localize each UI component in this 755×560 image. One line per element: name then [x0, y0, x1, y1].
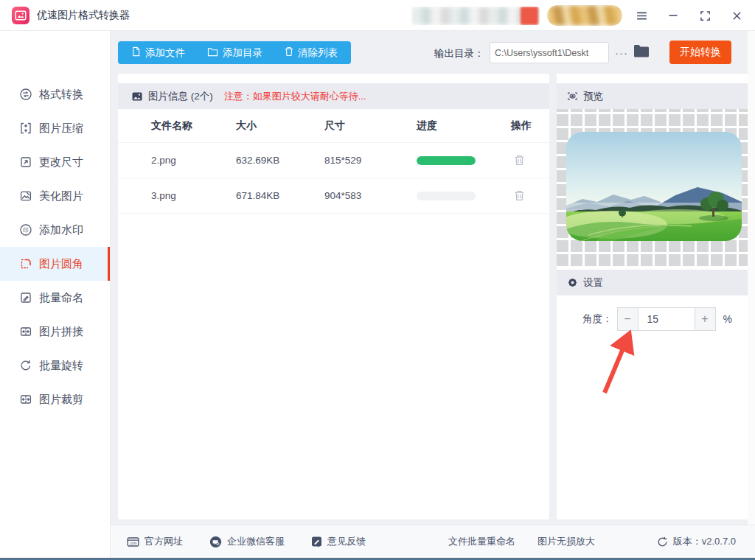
image-info-icon — [131, 91, 143, 102]
angle-unit: % — [723, 313, 732, 325]
sidebar-item-label: 图片裁剪 — [39, 393, 83, 407]
preview-title: 预览 — [583, 90, 603, 103]
delete-row-button[interactable] — [513, 189, 526, 203]
angle-plus-button[interactable]: + — [695, 307, 716, 331]
image-info-bar: 图片信息 (2个) 注意：如果图片较大请耐心等待... — [118, 83, 549, 109]
preview-settings-panel: 预览 — [557, 74, 748, 519]
feedback-icon — [311, 536, 322, 547]
angle-input[interactable] — [639, 307, 695, 331]
footer-links: .com官方网址企业微信客服意见反馈 — [127, 535, 392, 548]
column-header: 大小 — [236, 119, 324, 133]
angle-minus-button[interactable]: − — [617, 307, 639, 331]
sidebar-item-beautify[interactable]: 美化图片 — [0, 179, 110, 213]
resize-icon — [18, 155, 32, 169]
version-info: 版本：v2.0.7.0 — [657, 535, 736, 548]
sidebar-item-format-convert[interactable]: 格式转换 — [0, 77, 110, 111]
footer-link-feedback[interactable]: 意见反馈 — [311, 535, 366, 548]
file-list-panel: 图片信息 (2个) 注意：如果图片较大请耐心等待... 文件名称大小尺寸进度操作… — [118, 74, 549, 519]
footer-extra-link[interactable]: 图片无损放大 — [537, 535, 595, 548]
preview-icon — [567, 91, 578, 102]
file-size: 632.69KB — [236, 155, 324, 166]
sidebar-item-round-corner[interactable]: 图片圆角 — [0, 247, 110, 281]
sidebar-item-label: 格式转换 — [39, 88, 83, 102]
column-header: 尺寸 — [324, 119, 417, 133]
wechat-service-icon — [209, 536, 222, 548]
table-row: 2.png632.69KB815*529 — [118, 143, 549, 178]
stitch-icon — [18, 325, 32, 339]
progress-bar — [417, 156, 476, 165]
sidebar-item-rename[interactable]: 批量命名 — [0, 281, 110, 315]
watermark-icon: 印 — [18, 223, 32, 237]
refresh-icon[interactable] — [657, 536, 668, 547]
angle-stepper: − + — [617, 307, 716, 331]
rename-icon — [18, 291, 32, 305]
svg-text:.com: .com — [130, 542, 137, 545]
image-info-title: 图片信息 (2个) — [148, 90, 213, 103]
angle-setting-row: 角度： − + % — [557, 307, 748, 331]
file-dimensions: 815*529 — [324, 155, 417, 166]
progress-bar — [417, 192, 476, 200]
footer-extras: 文件批量重命名图片无损放大 — [448, 535, 595, 548]
settings-title: 设置 — [583, 276, 603, 290]
footer-bar: .com官方网址企业微信客服意见反馈 文件批量重命名图片无损放大 版本：v2.0… — [111, 525, 755, 558]
add-directory-button[interactable]: 添加目录 — [207, 46, 262, 60]
sidebar-item-label: 批量命名 — [39, 291, 83, 305]
column-header: 文件名称 — [151, 119, 236, 133]
file-icon — [131, 46, 141, 59]
trash-icon — [285, 46, 293, 59]
file-name: 3.png — [151, 190, 236, 201]
sidebar-item-crop[interactable]: 图片裁剪 — [0, 382, 110, 416]
sidebar-item-compress[interactable]: 图片压缩 — [0, 111, 110, 145]
open-folder-icon[interactable] — [633, 44, 650, 60]
footer-link-website[interactable]: .com官方网址 — [127, 535, 183, 548]
format-convert-icon — [18, 88, 32, 102]
image-info-warning: 注意：如果图片较大请耐心等待... — [224, 90, 366, 103]
footer-extra-link[interactable]: 文件批量重命名 — [448, 535, 515, 548]
sidebar-item-label: 添加水印 — [39, 223, 83, 237]
app-title: 优速图片格式转换器 — [37, 9, 130, 22]
start-convert-button[interactable]: 开始转换 — [669, 41, 731, 64]
sidebar-item-label: 图片压缩 — [39, 122, 83, 136]
gear-icon — [567, 277, 578, 288]
blurred-vip-badge — [547, 5, 622, 26]
delete-row-button[interactable] — [513, 154, 526, 167]
table-row: 3.png671.84KB904*583 — [118, 178, 549, 214]
rotate-icon — [18, 359, 32, 373]
folder-icon — [207, 47, 218, 59]
sidebar: 格式转换图片压缩更改尺寸美化图片印添加水印图片圆角批量命名图片拼接批量旋转图片裁… — [0, 31, 111, 560]
add-file-button[interactable]: 添加文件 — [131, 46, 185, 60]
footer-link-wechat-service[interactable]: 企业微信客服 — [209, 535, 285, 548]
close-icon[interactable] — [730, 9, 743, 22]
minimize-icon[interactable] — [667, 9, 680, 22]
compress-icon — [18, 122, 32, 136]
settings-header: 设置 — [557, 270, 748, 295]
file-size: 671.84KB — [236, 190, 324, 201]
output-dir-label: 输出目录： — [434, 47, 484, 60]
browse-more-button[interactable]: ··· — [613, 44, 630, 60]
sidebar-item-rotate[interactable]: 批量旋转 — [0, 349, 110, 382]
sidebar-item-label: 图片拼接 — [39, 325, 83, 339]
scrollbar-strip[interactable] — [748, 31, 755, 525]
output-dir-input[interactable]: C:\Users\yssoft1\Deskt — [490, 42, 609, 63]
menu-icon[interactable] — [635, 9, 648, 22]
sidebar-item-watermark[interactable]: 印添加水印 — [0, 213, 110, 247]
clear-list-button[interactable]: 清除列表 — [285, 46, 338, 60]
sidebar-item-resize[interactable]: 更改尺寸 — [0, 145, 110, 179]
table-header: 文件名称大小尺寸进度操作 — [118, 109, 549, 143]
angle-label: 角度： — [582, 312, 613, 326]
maximize-icon[interactable] — [698, 9, 711, 22]
column-header: 进度 — [417, 119, 511, 133]
sidebar-item-stitch[interactable]: 图片拼接 — [0, 315, 110, 349]
svg-text:印: 印 — [23, 227, 29, 234]
blurred-account-info — [411, 7, 540, 25]
preview-image — [566, 132, 742, 241]
sidebar-menu: 格式转换图片压缩更改尺寸美化图片印添加水印图片圆角批量命名图片拼接批量旋转图片裁… — [0, 31, 110, 416]
avatar — [521, 7, 538, 25]
title-bar: 优速图片格式转换器 — [0, 0, 755, 31]
file-dimensions: 904*583 — [324, 190, 417, 201]
sidebar-item-label: 图片圆角 — [39, 257, 83, 271]
app-window: 优速图片格式转换器 格式转换图片压缩更改尺寸美化图片印添加水印图片圆角批量命名图… — [0, 0, 755, 560]
file-name: 2.png — [151, 155, 236, 166]
preview-header: 预览 — [557, 83, 748, 109]
version-label: 版本：v2.0.7.0 — [673, 535, 736, 548]
